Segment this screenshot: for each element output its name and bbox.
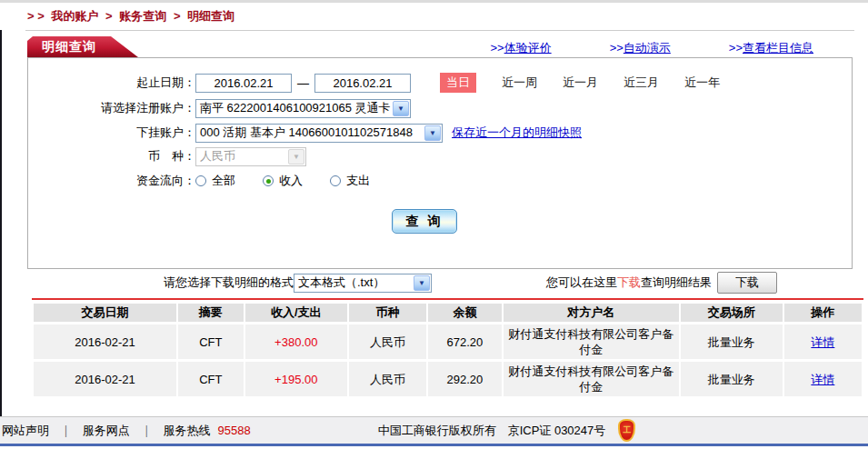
download-format-select[interactable]: 文本格式（.txt） ▼ <box>294 274 432 293</box>
footer-link-site-statement[interactable]: 网站声明 <box>2 423 49 439</box>
cell-currency: 人民币 <box>349 362 426 396</box>
query-button[interactable]: 查 询 <box>392 209 457 234</box>
cell-date: 2016-02-21 <box>34 324 176 359</box>
icbc-badge-icon: 工 <box>618 419 635 442</box>
currency-row: 币 种： 人民币 ▼ <box>28 145 852 167</box>
sub-account-label: 下挂账户： <box>28 125 195 141</box>
col-header-action: 操作 <box>784 304 862 322</box>
chevron-down-icon: ▼ <box>424 125 441 141</box>
footer-links: 网站声明 ｜ 服务网点 ｜ 服务热线 95588 <box>0 423 251 439</box>
detail-link[interactable]: 详情 <box>811 335 834 349</box>
breadcrumb-item-detail-query: 明细查询 <box>187 9 234 23</box>
footer-separator: ｜ <box>141 423 153 439</box>
query-button-row: 查 询 <box>28 209 852 234</box>
download-hint-post: 查询明细结果 <box>641 274 712 291</box>
left-frame-edge <box>0 30 2 416</box>
footer-copyright: 中国工商银行版权所有 京ICP证 030247号 <box>378 423 606 439</box>
cell-amount: +380.00 <box>245 324 347 359</box>
radio-flow-all[interactable]: 全部 <box>195 173 235 189</box>
cell-counterparty: 财付通支付科技有限公司客户备付金 <box>504 362 679 396</box>
sub-account-select[interactable]: 000 活期 基本户 1406600101102571848 ▼ <box>195 124 443 143</box>
top-gray-bar <box>0 0 868 3</box>
col-header-counterparty: 对方户名 <box>504 304 679 322</box>
top-links: >>体验评价 >>自动演示 >>查看栏目信息 <box>490 36 813 56</box>
fund-flow-label: 资金流向： <box>28 173 195 189</box>
currency-select: 人民币 ▼ <box>195 147 306 166</box>
cell-venue: 批量业务 <box>681 362 783 396</box>
link-view-column-info[interactable]: >>查看栏目信息 <box>729 40 813 56</box>
table-row: 2016-02-21 CFT +195.00 人民币 292.20 财付通支付科… <box>34 362 862 396</box>
cell-amount: +195.00 <box>245 362 347 396</box>
table-header-row: 交易日期 摘要 收入/支出 币种 余额 对方户名 交易场所 操作 <box>34 304 862 322</box>
breadcrumb-divider <box>25 30 854 31</box>
quick-range-today[interactable]: 当日 <box>440 73 476 93</box>
icbc-detail-query-page: { "breadcrumb": { "prefix": "> >", "sep"… <box>0 0 868 449</box>
download-button[interactable]: 下载 <box>717 272 777 294</box>
radio-icon <box>330 175 341 186</box>
register-account-label: 请选择注册账户： <box>28 100 195 116</box>
quick-range-month[interactable]: 近一月 <box>563 75 598 91</box>
tab-row: 明细查询 >>体验评价 >>自动演示 >>查看栏目信息 <box>27 36 854 57</box>
breadcrumb-separator: > <box>105 9 113 23</box>
download-hint-group: 您可以在这里 下载 查询明细结果 下载 <box>546 272 777 294</box>
quick-range-quarter[interactable]: 近三月 <box>624 75 659 91</box>
chevron-down-icon: ▼ <box>414 275 430 291</box>
radio-flow-income[interactable]: 收入 <box>263 173 303 189</box>
col-header-amount: 收入/支出 <box>245 304 347 322</box>
currency-label: 币 种： <box>28 148 195 165</box>
cell-summary: CFT <box>178 324 244 359</box>
date-range-row: 起止日期： — 当日 近一周 近一月 近三月 近一年 <box>28 72 852 94</box>
quick-range-week[interactable]: 近一周 <box>502 75 537 91</box>
chevron-down-icon: ▼ <box>393 101 409 116</box>
register-account-row: 请选择注册账户： 南平 6222001406100921065 灵通卡 ▼ <box>28 97 852 119</box>
cell-counterparty: 财付通支付科技有限公司客户备付金 <box>504 324 679 359</box>
link-auto-demo[interactable]: >>自动演示 <box>610 40 671 56</box>
cell-summary: CFT <box>178 362 244 396</box>
register-account-select[interactable]: 南平 6222001406100921065 灵通卡 ▼ <box>195 99 411 118</box>
breadcrumb-item-my-accounts[interactable]: 我的账户 <box>51 9 98 23</box>
col-header-venue: 交易场所 <box>681 304 783 322</box>
red-divider <box>32 298 863 300</box>
fund-flow-row: 资金流向： 全部 收入 支出 <box>28 170 852 192</box>
table-row: 2016-02-21 CFT +380.00 人民币 672.20 财付通支付科… <box>34 324 862 359</box>
link-experience-rating[interactable]: >>体验评价 <box>490 40 551 56</box>
download-row: 请您选择下载明细的格式 文本格式（.txt） ▼ 您可以在这里 下载 查询明细结… <box>0 271 868 294</box>
footer-link-service-outlets[interactable]: 服务网点 <box>83 423 130 439</box>
download-format-group: 请您选择下载明细的格式 文本格式（.txt） ▼ <box>164 274 432 293</box>
cell-balance: 292.20 <box>428 362 502 396</box>
query-form-panel: 起止日期： — 当日 近一周 近一月 近三月 近一年 请选择注册账户： 南平 6… <box>27 57 853 269</box>
date-to-input[interactable] <box>314 74 411 93</box>
footer-hotline-label: 服务热线 <box>163 423 210 439</box>
sub-account-row: 下挂账户： 000 活期 基本户 1406600101102571848 ▼ 保… <box>28 122 852 144</box>
radio-flow-expense[interactable]: 支出 <box>330 173 370 189</box>
chevron-down-icon: ▼ <box>288 149 304 165</box>
download-format-label: 请您选择下载明细的格式 <box>164 274 294 291</box>
col-header-summary: 摘要 <box>178 304 244 322</box>
footer-hotline-number: 95588 <box>217 424 250 437</box>
transactions-table: 交易日期 摘要 收入/支出 币种 余额 对方户名 交易场所 操作 2016-02… <box>32 301 863 399</box>
date-range-label: 起止日期： <box>28 75 195 91</box>
radio-selected-icon <box>263 175 274 186</box>
col-header-currency: 币种 <box>349 304 426 322</box>
breadcrumb-separator: > <box>174 9 181 23</box>
date-dash: — <box>297 76 309 90</box>
save-snapshot-link[interactable]: 保存近一个月的明细快照 <box>452 125 582 141</box>
detail-link[interactable]: 详情 <box>811 373 834 386</box>
cell-venue: 批量业务 <box>681 324 783 359</box>
breadcrumb: > > 我的账户 > 账务查询 > 明细查询 <box>27 8 238 25</box>
cell-balance: 672.20 <box>428 324 502 359</box>
quick-range-year[interactable]: 近一年 <box>684 75 720 91</box>
tab-detail-query: 明细查询 <box>27 36 138 57</box>
download-inline-link[interactable]: 下载 <box>617 274 641 291</box>
cell-date: 2016-02-21 <box>34 362 176 396</box>
col-header-balance: 余额 <box>428 304 502 322</box>
col-header-date: 交易日期 <box>34 304 176 322</box>
footer-separator: ｜ <box>60 423 72 439</box>
breadcrumb-prefix: > > <box>27 9 45 23</box>
breadcrumb-item-account-query[interactable]: 账务查询 <box>119 9 166 23</box>
cell-currency: 人民币 <box>349 324 426 359</box>
download-hint-pre: 您可以在这里 <box>546 274 617 291</box>
footer: 网站声明 ｜ 服务网点 ｜ 服务热线 95588 中国工商银行版权所有 京ICP… <box>0 416 868 446</box>
radio-icon <box>195 175 206 186</box>
date-from-input[interactable] <box>195 74 292 93</box>
